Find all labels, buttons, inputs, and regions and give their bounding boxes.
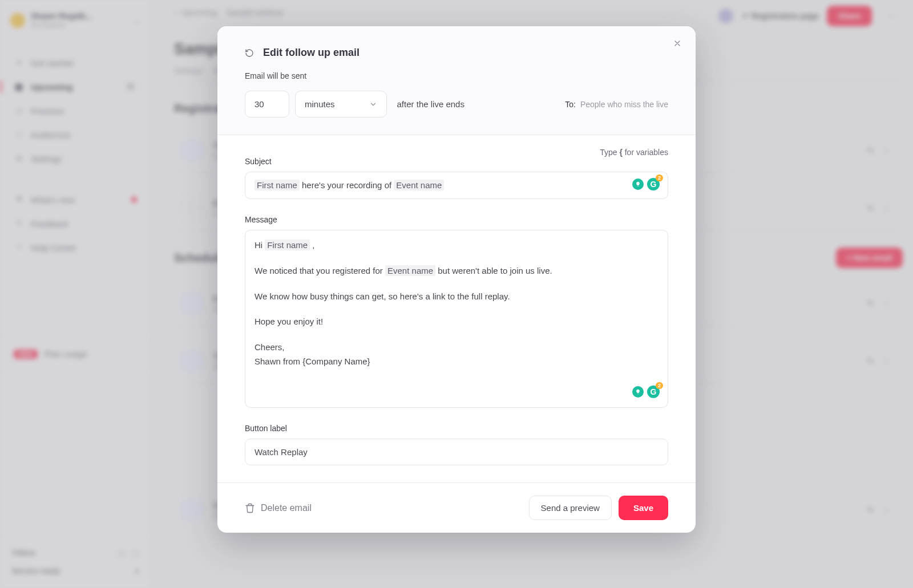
variable-chip-event-name[interactable]: Event name — [385, 265, 435, 276]
grammarly-widget[interactable]: G 2 — [632, 178, 660, 190]
to-block: To: People who miss the live — [565, 100, 668, 109]
variable-chip-event-name[interactable]: Event name — [394, 180, 444, 190]
save-button[interactable]: Save — [619, 496, 668, 520]
modal-header: Edit follow up email Email will be sent … — [217, 26, 696, 135]
trash-icon — [245, 503, 255, 513]
to-value: People who miss the live — [580, 100, 668, 109]
send-timing-row: Email will be sent 30 minutes after the … — [245, 71, 668, 117]
send-label: Email will be sent — [245, 71, 668, 80]
grammarly-widget[interactable]: G 2 — [632, 386, 660, 398]
to-label: To: — [565, 100, 576, 109]
button-label-input[interactable]: Watch Replay — [245, 439, 668, 465]
modal-title: Edit follow up email — [245, 47, 668, 59]
grammarly-count-badge: 2 — [656, 382, 663, 389]
edit-followup-email-modal: Edit follow up email Email will be sent … — [217, 26, 696, 533]
duration-input[interactable]: 30 — [245, 91, 289, 117]
variable-chip-first-name[interactable]: First name — [265, 240, 310, 250]
subject-input[interactable]: First name here's your recording of Even… — [245, 172, 668, 199]
unit-value: minutes — [305, 99, 335, 109]
undo-icon — [245, 48, 254, 58]
close-icon[interactable] — [673, 39, 682, 51]
modal-title-text: Edit follow up email — [263, 47, 359, 59]
grammarly-bulb-icon — [632, 179, 644, 190]
message-label: Message — [245, 215, 668, 224]
grammarly-count-badge: 2 — [656, 175, 663, 181]
variable-chip-first-name[interactable]: First name — [254, 180, 300, 190]
grammarly-bulb-icon — [632, 386, 644, 398]
delete-email-button[interactable]: Delete email — [245, 503, 312, 513]
send-suffix: after the live ends — [397, 99, 464, 109]
button-label-label: Button label — [245, 424, 668, 433]
grammarly-g-icon: G 2 — [647, 386, 660, 398]
variables-hint: Type { for variables — [245, 148, 668, 157]
subject-label: Subject — [245, 157, 668, 166]
grammarly-g-icon: G 2 — [647, 178, 660, 190]
modal-body: Type { for variables Subject First name … — [217, 135, 696, 482]
message-input[interactable]: Hi First name , We noticed that you regi… — [245, 230, 668, 408]
send-preview-button[interactable]: Send a preview — [529, 496, 612, 520]
chevron-down-icon — [369, 100, 377, 108]
modal-footer: Delete email Send a preview Save — [217, 482, 696, 533]
unit-select[interactable]: minutes — [295, 91, 387, 117]
delete-label: Delete email — [261, 503, 312, 513]
